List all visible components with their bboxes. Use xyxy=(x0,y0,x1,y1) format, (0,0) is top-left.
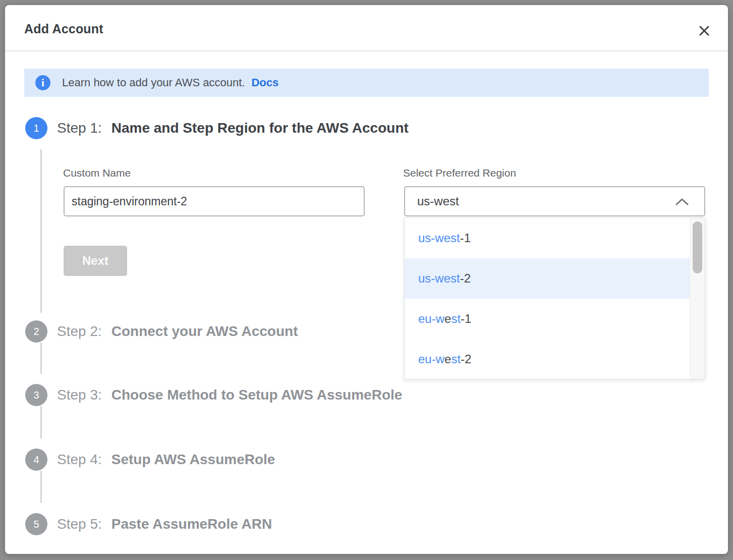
add-account-modal: Add Account i Learn how to add your AWS … xyxy=(5,5,728,554)
option-text: -2 xyxy=(461,352,471,366)
option-text: -2 xyxy=(460,271,471,286)
step-5-heading: Step 5:Paste AssumeRole ARN xyxy=(57,516,272,532)
region-select-toggle[interactable] xyxy=(672,193,692,210)
region-dropdown: us-west-1 us-west-2 eu-west-1 eu-west-2 xyxy=(404,217,705,379)
custom-name-input[interactable] xyxy=(64,186,365,216)
region-label: Select Preferred Region xyxy=(403,167,516,179)
step-connector-4-5 xyxy=(40,471,42,503)
step-2-badge: 2 xyxy=(25,320,47,343)
info-icon: i xyxy=(35,75,50,90)
dropdown-scrollbar-track[interactable] xyxy=(690,218,705,379)
close-button[interactable] xyxy=(695,22,713,40)
option-text-matched: us-west xyxy=(418,271,460,286)
dropdown-option-us-west-1[interactable]: us-west-1 xyxy=(405,218,690,258)
step-connector-2-3 xyxy=(40,343,42,374)
banner-text: Learn how to add your AWS account. xyxy=(62,76,245,89)
next-button[interactable]: Next xyxy=(64,246,127,276)
step-row-5: 5 Step 5:Paste AssumeRole ARN xyxy=(25,513,272,535)
option-text-matched: st xyxy=(451,312,461,326)
custom-name-label: Custom Name xyxy=(63,167,131,179)
step-5-prefix: Step 5: xyxy=(57,516,102,532)
option-text-matched: eu-w xyxy=(418,352,444,366)
region-select-input[interactable] xyxy=(404,186,705,216)
modal-title: Add Account xyxy=(24,22,103,36)
region-dropdown-list: us-west-1 us-west-2 eu-west-1 eu-west-2 xyxy=(405,218,690,379)
dropdown-option-eu-west-2[interactable]: eu-west-2 xyxy=(405,339,690,379)
step-connector-3-4 xyxy=(40,406,42,438)
dropdown-scrollbar-thumb[interactable] xyxy=(693,221,702,273)
step-row-3: 3 Step 3:Choose Method to Setup AWS Assu… xyxy=(25,384,402,406)
dropdown-option-eu-west-1[interactable]: eu-west-1 xyxy=(405,299,690,339)
step-3-heading: Step 3:Choose Method to Setup AWS Assume… xyxy=(57,387,402,403)
option-text: -1 xyxy=(461,312,471,326)
step-2-title: Connect your AWS Account xyxy=(111,323,298,339)
step-3-badge: 3 xyxy=(25,384,47,406)
step-1-prefix: Step 1: xyxy=(57,120,102,136)
step-5-title: Paste AssumeRole ARN xyxy=(111,516,272,532)
close-icon xyxy=(698,25,710,37)
option-text: -1 xyxy=(460,231,471,245)
option-text: e xyxy=(444,352,451,366)
step-row-2: 2 Step 2:Connect your AWS Account xyxy=(25,320,298,343)
step-4-title: Setup AWS AssumeRole xyxy=(111,452,275,467)
option-text-matched: st xyxy=(451,352,461,366)
info-banner: i Learn how to add your AWS account. Doc… xyxy=(24,69,709,97)
step-5-badge: 5 xyxy=(25,513,47,535)
step-3-title: Choose Method to Setup AWS AssumeRole xyxy=(111,387,403,403)
step-3-prefix: Step 3: xyxy=(57,387,102,403)
step-4-badge: 4 xyxy=(25,449,47,471)
option-text-matched: us-west xyxy=(418,231,460,245)
option-text: e xyxy=(444,312,451,326)
step-2-prefix: Step 2: xyxy=(57,323,102,339)
step-4-prefix: Step 4: xyxy=(57,452,102,467)
docs-link[interactable]: Docs xyxy=(251,76,278,89)
step-connector-1-2 xyxy=(40,149,42,313)
dropdown-option-us-west-2[interactable]: us-west-2 xyxy=(405,258,690,299)
step-1-heading: Step 1:Name and Step Region for the AWS … xyxy=(57,120,409,136)
step-4-heading: Step 4:Setup AWS AssumeRole xyxy=(57,452,275,468)
step-2-heading: Step 2:Connect your AWS Account xyxy=(57,323,298,340)
header-divider xyxy=(5,50,728,51)
step-1-title: Name and Step Region for the AWS Account xyxy=(111,120,409,136)
option-text-matched: eu-w xyxy=(418,312,444,326)
step-1-badge: 1 xyxy=(25,117,47,139)
chevron-up-icon xyxy=(675,198,689,205)
step-row-1: 1 Step 1:Name and Step Region for the AW… xyxy=(25,117,409,139)
step-row-4: 4 Step 4:Setup AWS AssumeRole xyxy=(25,449,275,471)
